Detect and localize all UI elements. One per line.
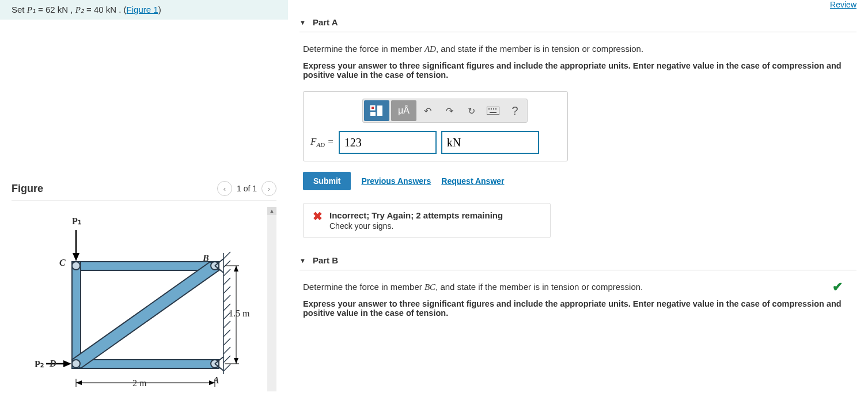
svg-rect-40 [370,112,376,116]
part-a-prompt: Determine the force in member AD, and st… [303,44,856,54]
svg-marker-1 [72,360,219,368]
figure-next-button[interactable]: › [261,181,276,196]
figure-prev-button[interactable]: ‹ [217,181,232,196]
svg-line-11 [223,269,230,276]
problem-setup: Set P₁ = 62 kN , P₂ = 40 kN . (Figure 1) [0,0,288,20]
request-answer-link[interactable]: Request Answer [441,176,504,186]
svg-line-12 [223,278,230,285]
var-p2: P₂ [75,5,84,14]
keyboard-icon [487,107,499,115]
part-a-title: Part A [313,17,338,27]
part-a-section: ▼ Part A Determine the force in member A… [300,17,856,238]
figure-link[interactable]: Figure 1 [127,5,158,14]
feedback-main: Incorrect; Try Again; 2 attempts remaini… [329,210,503,220]
keyboard-button[interactable] [482,100,504,121]
part-b-title: Part B [313,255,338,265]
collapse-caret-icon: ▼ [300,257,306,264]
part-b-header[interactable]: ▼ Part B [300,255,856,270]
correct-check-icon: ✔ [832,280,843,295]
svg-marker-24 [73,253,79,261]
collapse-caret-icon: ▼ [300,19,306,26]
svg-marker-3 [72,262,219,368]
label-b: B [203,253,209,263]
label-p1: P₁ [72,216,81,227]
units-alpha-button[interactable]: μÅ [391,100,416,121]
var-p1: P₁ [27,5,36,14]
svg-rect-45 [495,108,496,110]
svg-line-22 [223,364,230,371]
svg-line-14 [223,295,230,302]
figure-canvas: ▲ [12,207,276,391]
part-a-instruction: Express your answer to three significant… [303,61,856,80]
svg-line-13 [223,286,230,293]
svg-line-17 [223,321,230,328]
svg-rect-46 [490,112,496,113]
templates-button[interactable] [364,100,389,121]
svg-line-9 [223,252,230,259]
svg-line-18 [223,330,230,337]
label-d: D [50,359,56,369]
svg-rect-44 [493,108,494,110]
svg-marker-30 [76,380,82,385]
dim-width: 2 m [132,378,146,389]
figure-title: Figure [12,183,43,195]
svg-point-5 [72,360,80,368]
dim-height: 1.5 m [229,308,249,319]
svg-marker-35 [234,266,238,272]
part-a-header[interactable]: ▼ Part A [300,17,856,32]
undo-button[interactable]: ↶ [416,100,438,121]
answer-variable-label: FAD = [310,136,334,148]
review-link[interactable]: Review [830,0,856,9]
previous-answers-link[interactable]: Previous Answers [361,176,431,186]
answer-toolbar: μÅ ↶ ↷ ↻ ? [362,99,528,123]
redo-button[interactable]: ↷ [438,100,460,121]
feedback-sub: Check your signs. [329,221,503,231]
svg-line-20 [223,347,230,354]
template-icon [369,104,384,117]
help-button[interactable]: ? [504,100,526,121]
part-b-instruction: Express your answer to three significant… [303,299,856,318]
part-b-prompt: Determine the force in member BC, and st… [303,282,856,292]
svg-line-19 [223,338,230,345]
figure-counter: 1 of 1 [237,184,257,193]
setup-text: Set [12,5,27,14]
unit-input[interactable] [441,131,539,154]
scroll-up-icon[interactable]: ▲ [267,207,276,215]
label-a: A [213,375,219,386]
submit-button[interactable]: Submit [303,172,351,190]
label-c: C [59,258,66,268]
svg-point-4 [72,262,80,270]
value-input[interactable] [339,131,437,154]
svg-rect-41 [487,107,499,115]
truss-diagram [46,218,242,391]
svg-rect-43 [491,108,492,110]
svg-rect-42 [488,108,490,110]
feedback-box: ✖ Incorrect; Try Again; 2 attempts remai… [303,203,551,238]
svg-marker-2 [72,262,81,368]
svg-marker-26 [63,360,71,367]
svg-marker-0 [72,262,219,270]
svg-line-21 [223,356,230,363]
reset-button[interactable]: ↻ [460,100,482,121]
part-b-section: ▼ Part B ✔ Determine the force in member… [300,255,856,318]
answer-box: μÅ ↶ ↷ ↻ ? FAD = [303,91,568,161]
svg-rect-38 [372,107,374,109]
svg-rect-39 [377,105,382,116]
label-p2: P₂ [35,359,44,369]
svg-marker-36 [234,358,238,364]
incorrect-icon: ✖ [313,210,323,222]
svg-line-10 [223,261,230,267]
